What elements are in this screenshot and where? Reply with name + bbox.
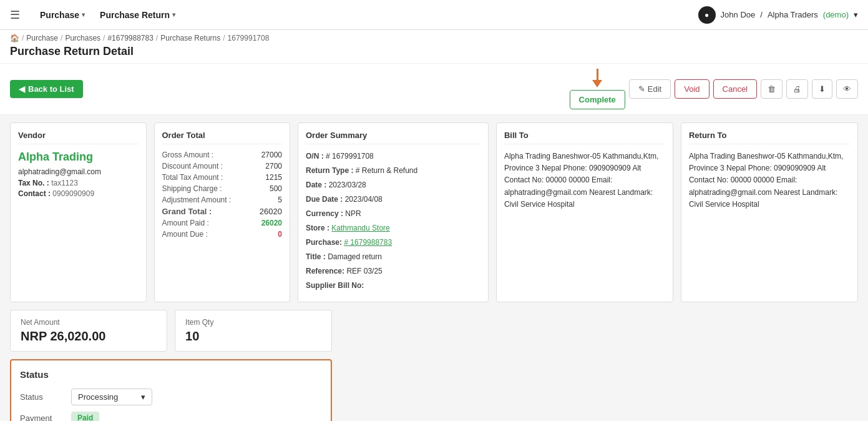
sep2: / — [61, 34, 62, 42]
discount-row: Discount Amount : 2700 — [162, 162, 283, 171]
grand-total-label: Grand Total : — [162, 207, 212, 216]
currency-value: NPR — [345, 209, 361, 218]
status-select[interactable]: Processing ▾ — [71, 389, 152, 405]
void-button[interactable]: Void — [675, 79, 709, 99]
download-button[interactable]: ⬇ — [812, 79, 832, 99]
edit-button[interactable]: ✎ Edit — [629, 79, 671, 99]
vendor-email: alphatrading@gmail.com — [18, 167, 139, 176]
nav-purchase-label: Purchase — [40, 10, 79, 20]
tax-label: Total Tax Amount : — [162, 173, 223, 182]
company-name: Alpha Traders — [768, 10, 818, 19]
nav-purchase-return-menu[interactable]: Purchase Return ▾ — [92, 0, 183, 30]
item-qty-card: Item Qty 10 — [175, 310, 332, 352]
status-card-title: Status — [20, 369, 322, 380]
user-separator: / — [760, 10, 763, 19]
vendor-contact: Contact : 0909090909 — [18, 189, 139, 198]
due-date-row: Due Date : 2023/04/08 — [306, 194, 480, 205]
due-date-value: 2023/04/08 — [345, 195, 383, 204]
return-to-card: Return To Alpha Trading Baneshwor-05 Kat… — [681, 122, 858, 302]
vendor-name: Alpha Trading — [18, 151, 139, 164]
return-type-row: Return Type : # Return & Refund — [306, 165, 480, 176]
title-row: Title : Damaged return — [306, 251, 480, 262]
discount-label: Discount Amount : — [162, 162, 223, 171]
order-total-card: Order Total Gross Amount : 27000 Discoun… — [154, 122, 291, 302]
reference-row: Reference: REF 03/25 — [306, 265, 480, 277]
vendor-card: Vendor Alpha Trading alphatrading@gmail.… — [10, 122, 147, 302]
payment-row: Payment Paid — [20, 412, 322, 421]
breadcrumb-home-icon[interactable]: 🏠 — [10, 34, 19, 42]
order-summary-card: Order Summary O/N : # 1679991708 Return … — [298, 122, 489, 302]
complete-button[interactable]: Complete — [570, 90, 625, 109]
nav-purchase-return-label: Purchase Return — [100, 10, 170, 20]
nav-purchase-return-chevron-icon: ▾ — [172, 11, 175, 18]
status-select-chevron-icon: ▾ — [141, 392, 145, 402]
status-select-value: Processing — [78, 392, 118, 402]
vendor-contact-label: Contact : — [18, 189, 51, 198]
action-bar: ◀ Back to List Complete ✎ Edit Void Canc… — [0, 64, 868, 115]
net-amount-label: Net Amount — [21, 318, 157, 327]
sep5: / — [223, 34, 225, 42]
breadcrumb-purchase-returns[interactable]: Purchase Returns — [160, 34, 220, 42]
amount-paid-label: Amount Paid : — [162, 219, 209, 227]
supplier-bill-row: Supplier Bill No: — [306, 280, 480, 291]
user-avatar: ● — [698, 6, 716, 24]
order-total-title: Order Total — [162, 131, 283, 144]
breadcrumb-purchases[interactable]: Purchases — [65, 34, 100, 42]
hamburger-menu-icon[interactable]: ☰ — [10, 8, 20, 22]
on-value: # 1679991708 — [326, 152, 374, 161]
discount-value: 2700 — [265, 162, 282, 171]
status-label: Status — [20, 392, 64, 402]
currency-row: Currency : NPR — [306, 208, 480, 219]
purchase-value[interactable]: # 1679988783 — [344, 238, 392, 247]
amount-due-value: 0 — [278, 230, 282, 239]
vendor-tax-label: Tax No. : — [18, 179, 49, 187]
nav-purchase-menu[interactable]: Purchase ▾ — [32, 0, 92, 30]
sep1: / — [22, 34, 24, 42]
order-summary-title: Order Summary — [306, 131, 480, 144]
gross-amount-row: Gross Amount : 27000 — [162, 151, 283, 159]
bill-to-card: Bill To Alpha Trading Baneshwor-05 Kathm… — [496, 122, 673, 302]
reference-value: REF 03/25 — [346, 267, 382, 275]
cancel-button[interactable]: Cancel — [713, 79, 757, 99]
user-name: John Doe — [721, 10, 756, 19]
purchase-row: Purchase: # 1679988783 — [306, 237, 480, 248]
amount-due-label: Amount Due : — [162, 230, 208, 239]
bill-to-address: Alpha Trading Baneshwor-05 Kathmandu,Ktm… — [504, 151, 665, 210]
main-content: Vendor Alpha Trading alphatrading@gmail.… — [0, 115, 868, 421]
bottom-area: Net Amount NRP 26,020.00 Item Qty 10 Sta… — [10, 310, 858, 421]
view-button[interactable]: 👁 — [836, 79, 858, 99]
shipping-row: Shipping Charge : 500 — [162, 184, 283, 193]
net-amount-value: NRP 26,020.00 — [21, 329, 157, 344]
net-amount-card: Net Amount NRP 26,020.00 — [10, 310, 167, 352]
user-chevron-icon: ▾ — [854, 10, 858, 19]
payment-badge: Paid — [71, 412, 99, 421]
info-grid: Vendor Alpha Trading alphatrading@gmail.… — [10, 122, 858, 302]
adjustment-value: 5 — [278, 196, 282, 204]
delete-button[interactable]: 🗑 — [761, 79, 783, 99]
sep3: / — [103, 34, 105, 42]
breadcrumb-purchase[interactable]: Purchase — [26, 34, 58, 42]
adjustment-label: Adjustment Amount : — [162, 196, 232, 204]
title-value: Damaged return — [328, 252, 382, 261]
return-to-address: Alpha Trading Baneshwor-05 Kathmandu,Ktm… — [689, 151, 850, 210]
back-to-list-button[interactable]: ◀ Back to List — [10, 80, 83, 98]
return-type-value: # Return & Refund — [356, 166, 417, 175]
empty-spacer-1 — [339, 310, 497, 352]
shipping-value: 500 — [270, 184, 282, 193]
amount-due-row: Amount Due : 0 — [162, 230, 283, 239]
shipping-label: Shipping Charge : — [162, 184, 222, 193]
tax-value: 1215 — [265, 173, 282, 182]
adjustment-row: Adjustment Amount : 5 — [162, 196, 283, 204]
amount-paid-value: 26020 — [261, 219, 282, 227]
empty-spacer-2 — [504, 310, 661, 352]
gross-amount-value: 27000 — [261, 151, 282, 159]
breadcrumb-purchase-number[interactable]: #1679988783 — [107, 34, 153, 42]
print-button[interactable]: 🖨 — [786, 79, 808, 99]
user-menu[interactable]: ● John Doe / Alpha Traders (demo) ▾ — [698, 6, 858, 24]
store-row: Store : Kathmandu Store — [306, 222, 480, 234]
store-value[interactable]: Kathmandu Store — [331, 224, 389, 232]
back-arrow-icon: ◀ — [19, 84, 25, 94]
breadcrumb: 🏠 / Purchase / Purchases / #1679988783 /… — [10, 34, 858, 42]
demo-label: (demo) — [823, 10, 849, 19]
vendor-contact-value: 0909090909 — [52, 189, 94, 198]
